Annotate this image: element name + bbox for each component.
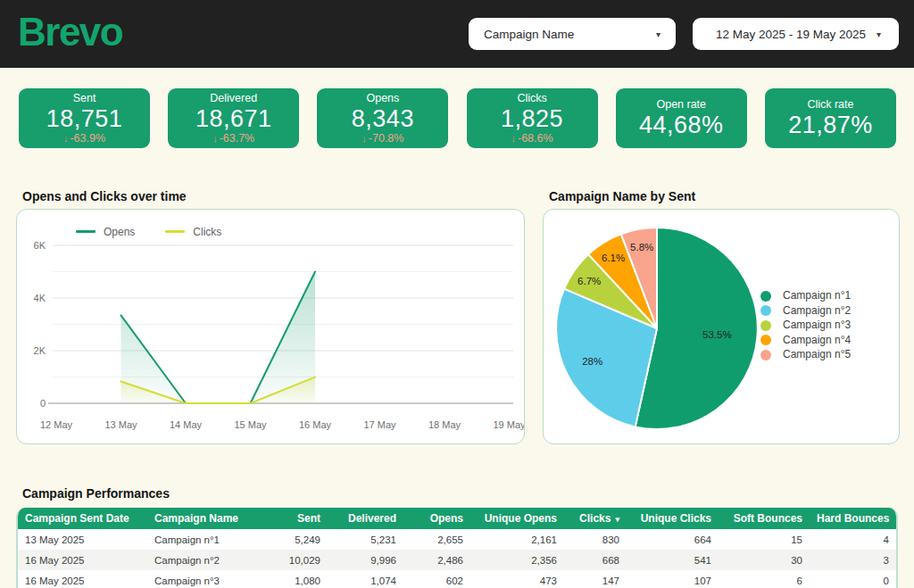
table-section: Campaign Performances Campaign Sent Date… (16, 486, 898, 588)
kpi-value: 8,343 (352, 105, 414, 132)
pie-legend-item-3: Campaign n°3 (760, 319, 851, 331)
column-header-soft-bounces[interactable]: Soft Bounces (719, 508, 810, 529)
y-tick-label: 2K (34, 345, 46, 356)
legend-swatch (165, 230, 185, 233)
kpi-label: Sent (73, 92, 96, 105)
kpi-card-sent: Sent18,751↓-63.9% (19, 88, 150, 148)
legend-item-opens: Opens (76, 223, 135, 240)
brevo-logo: Brevo (18, 12, 122, 55)
cell-metric: 5,231 (328, 529, 403, 550)
cell-metric: 668 (564, 550, 627, 570)
campaign-name-filter[interactable]: Campaign Name ▾ (469, 18, 676, 50)
cell-sent-date: 13 May 2025 (18, 529, 147, 550)
cell-metric: 5,249 (281, 529, 328, 550)
column-header-unique-clicks[interactable]: Unique Clicks (627, 508, 719, 529)
legend-label: Campaign n°3 (783, 319, 851, 331)
cell-metric: 1,080 (281, 570, 328, 588)
cell-metric: 473 (470, 570, 564, 588)
cell-metric: 541 (627, 550, 719, 570)
cell-metric: 4 (810, 529, 896, 550)
x-tick-label: 14 May (170, 419, 203, 430)
kpi-value: 18,671 (195, 105, 272, 132)
kpi-delta: ↓-68.6% (511, 132, 553, 145)
cell-campaign-name: Campaign n°3 (147, 570, 281, 588)
legend-dot (760, 320, 771, 331)
down-arrow-icon: ↓ (212, 133, 218, 144)
pie-legend-item-1: Campaign n°1 (760, 290, 851, 302)
filter-bar: Campaign Name ▾ 12 May 2025 - 19 May 202… (469, 18, 899, 50)
sort-caret-icon: ▾ (615, 515, 619, 524)
kpi-label: Opens (366, 92, 399, 105)
legend-label: Campaign n°1 (783, 290, 851, 302)
cell-metric: 2,486 (403, 550, 470, 570)
legend-label: Campaign n°5 (783, 349, 851, 360)
legend-label: Opens (104, 226, 135, 238)
cell-metric: 830 (564, 529, 627, 550)
charts-row: Opens and Clicks over time OpensClicks 0… (16, 189, 900, 444)
chevron-down-icon: ▾ (656, 29, 661, 39)
column-header-opens[interactable]: Opens (403, 508, 470, 529)
cell-metric: 10,029 (281, 550, 328, 570)
column-header-campaign-name[interactable]: Campaign Name (147, 508, 281, 529)
pie-slice-label: 53.5% (702, 329, 732, 340)
campaign-name-filter-label: Campaign Name (484, 28, 574, 41)
kpi-card-delivered: Delivered18,671↓-63.7% (168, 88, 299, 148)
kpi-value: 44,68% (639, 112, 724, 138)
pie-chart-title: Campaign Name by Sent (549, 189, 900, 203)
cell-campaign-name: Campaign n°1 (147, 529, 281, 550)
pie-legend-item-5: Campaign n°5 (760, 349, 851, 360)
legend-dot (760, 305, 771, 316)
column-header-clicks[interactable]: Clicks▾ (564, 508, 627, 529)
cell-metric: 3 (810, 550, 896, 570)
date-range-filter[interactable]: 12 May 2025 - 19 May 2025 ▾ (693, 18, 899, 50)
pie-chart-section: Campaign Name by Sent 53.5%28%6.7%6.1%5.… (543, 189, 900, 444)
cell-metric: 9,996 (328, 550, 403, 570)
kpi-delta-value: -63.7% (220, 132, 255, 145)
column-header-sent[interactable]: Sent (281, 508, 328, 529)
table-row: 16 May 2025Campaign n°210,0299,9962,4862… (18, 550, 896, 570)
cell-metric: 0 (810, 570, 896, 588)
kpi-label: Clicks (517, 92, 546, 105)
kpi-delta-value: -63.9% (70, 132, 105, 145)
y-tick-label: 6K (34, 240, 46, 251)
pie-legend-item-2: Campaign n°2 (760, 305, 851, 317)
legend-label: Campaign n°4 (783, 335, 851, 346)
down-arrow-icon: ↓ (63, 133, 69, 144)
table-title: Campaign Performances (22, 486, 898, 501)
column-header-delivered[interactable]: Delivered (328, 508, 403, 529)
column-header-hard-bounces[interactable]: Hard Bounces (810, 508, 896, 529)
table-row: 13 May 2025Campaign n°15,2495,2312,6552,… (18, 529, 896, 550)
x-tick-label: 18 May (428, 419, 461, 430)
down-arrow-icon: ↓ (511, 133, 517, 144)
kpi-label: Delivered (210, 92, 257, 105)
column-header-unique-opens[interactable]: Unique Opens (470, 508, 564, 529)
cell-metric: 2,356 (470, 550, 564, 570)
kpi-label: Click rate (807, 98, 853, 112)
app-header: Brevo Campaign Name ▾ 12 May 2025 - 19 M… (0, 0, 914, 68)
cell-sent-date: 16 May 2025 (18, 570, 147, 588)
column-header-campaign-sent-date[interactable]: Campaign Sent Date (18, 508, 147, 529)
y-tick-label: 4K (34, 293, 46, 303)
pie-legend-item-4: Campaign n°4 (760, 335, 851, 346)
pie-slice-label: 6.1% (602, 253, 625, 263)
kpi-delta-value: -70.8% (369, 132, 404, 145)
kpi-delta: ↓-63.7% (212, 132, 254, 145)
pie-slice-label: 28% (582, 356, 602, 367)
kpi-delta: ↓-63.9% (63, 132, 105, 145)
legend-label: Campaign n°2 (783, 305, 851, 317)
kpi-row: Sent18,751↓-63.9%Delivered18,671↓-63.7%O… (19, 88, 896, 148)
cell-metric: 2,655 (403, 529, 470, 550)
dashboard-page: Brevo Campaign Name ▾ 12 May 2025 - 19 M… (0, 0, 914, 588)
line-chart-card: OpensClicks 02K4K6K12 May13 May14 May15 … (16, 209, 525, 444)
opens-clicks-line-chart: 02K4K6K12 May13 May14 May15 May16 May17 … (17, 240, 524, 440)
kpi-label: Open rate (656, 98, 706, 112)
y-tick-label: 0 (40, 398, 46, 409)
cell-metric: 2,161 (470, 529, 564, 550)
cell-metric: 664 (627, 529, 719, 550)
kpi-card-open-rate: Open rate44,68% (616, 88, 747, 148)
kpi-delta: ↓-70.8% (361, 132, 403, 145)
table-row: 16 May 2025Campaign n°31,0801,0746024731… (18, 570, 896, 588)
table-header-row: Campaign Sent DateCampaign NameSentDeliv… (18, 508, 896, 529)
cell-metric: 15 (719, 529, 810, 550)
cell-metric: 6 (719, 570, 810, 588)
